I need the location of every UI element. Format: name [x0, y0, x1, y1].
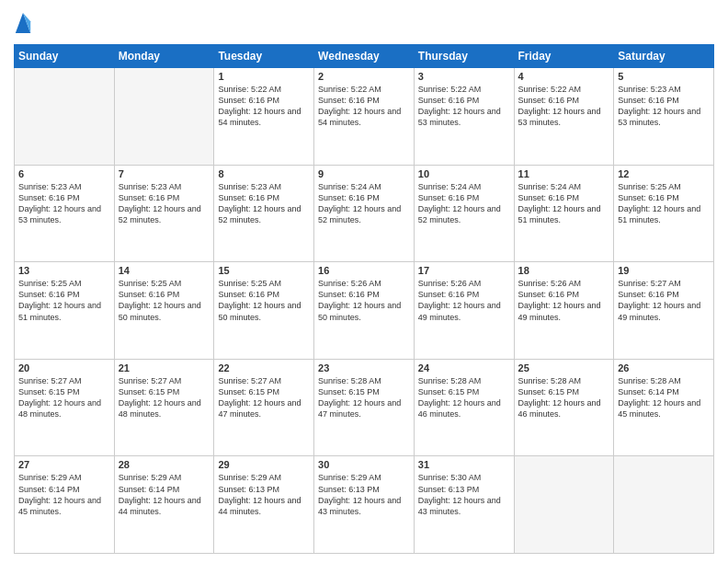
day-number: 19: [618, 265, 710, 276]
day-number: 30: [318, 459, 410, 470]
day-number: 4: [518, 71, 610, 82]
cell-info: Sunrise: 5:27 AMSunset: 6:15 PMDaylight:…: [218, 375, 310, 420]
day-number: 16: [318, 265, 410, 276]
cell-info: Sunrise: 5:22 AMSunset: 6:16 PMDaylight:…: [518, 84, 610, 129]
cell-info: Sunrise: 5:27 AMSunset: 6:15 PMDaylight:…: [18, 375, 110, 420]
cell-info: Sunrise: 5:25 AMSunset: 6:16 PMDaylight:…: [119, 278, 210, 323]
cell-info: Sunrise: 5:27 AMSunset: 6:15 PMDaylight:…: [119, 375, 210, 420]
calendar-cell: 1Sunrise: 5:22 AMSunset: 6:16 PMDaylight…: [214, 68, 314, 166]
cell-info: Sunrise: 5:29 AMSunset: 6:13 PMDaylight:…: [318, 472, 410, 517]
calendar-cell: 26Sunrise: 5:28 AMSunset: 6:14 PMDayligh…: [614, 359, 714, 456]
logo-icon: [14, 9, 32, 37]
cell-info: Sunrise: 5:22 AMSunset: 6:16 PMDaylight:…: [418, 84, 510, 129]
calendar-cell: 31Sunrise: 5:30 AMSunset: 6:13 PMDayligh…: [414, 456, 514, 554]
day-number: 28: [119, 459, 210, 470]
day-number: 6: [18, 168, 110, 179]
cell-info: Sunrise: 5:25 AMSunset: 6:16 PMDaylight:…: [618, 181, 710, 226]
day-number: 20: [18, 362, 110, 373]
cell-info: Sunrise: 5:29 AMSunset: 6:14 PMDaylight:…: [119, 472, 210, 517]
day-number: 24: [418, 362, 510, 373]
calendar-cell: [614, 456, 714, 554]
calendar-table: SundayMondayTuesdayWednesdayThursdayFrid…: [14, 44, 714, 554]
calendar-cell: 21Sunrise: 5:27 AMSunset: 6:15 PMDayligh…: [114, 359, 214, 456]
col-header-sunday: Sunday: [15, 45, 115, 68]
calendar-cell: 9Sunrise: 5:24 AMSunset: 6:16 PMDaylight…: [314, 165, 415, 262]
cell-info: Sunrise: 5:27 AMSunset: 6:16 PMDaylight:…: [618, 278, 710, 323]
day-number: 1: [218, 71, 310, 82]
cell-info: Sunrise: 5:29 AMSunset: 6:14 PMDaylight:…: [18, 472, 110, 517]
calendar-cell: 19Sunrise: 5:27 AMSunset: 6:16 PMDayligh…: [614, 262, 714, 360]
calendar-cell: 28Sunrise: 5:29 AMSunset: 6:14 PMDayligh…: [114, 456, 214, 554]
day-number: 27: [18, 459, 110, 470]
day-number: 5: [618, 71, 710, 82]
day-number: 15: [218, 265, 310, 276]
calendar-cell: 13Sunrise: 5:25 AMSunset: 6:16 PMDayligh…: [15, 262, 115, 360]
calendar-cell: 12Sunrise: 5:25 AMSunset: 6:16 PMDayligh…: [614, 165, 714, 262]
day-number: 12: [618, 168, 710, 179]
calendar-cell: 6Sunrise: 5:23 AMSunset: 6:16 PMDaylight…: [15, 165, 115, 262]
cell-info: Sunrise: 5:26 AMSunset: 6:16 PMDaylight:…: [318, 278, 410, 323]
cell-info: Sunrise: 5:26 AMSunset: 6:16 PMDaylight:…: [518, 278, 610, 323]
day-number: 29: [218, 459, 310, 470]
cell-info: Sunrise: 5:26 AMSunset: 6:16 PMDaylight:…: [418, 278, 510, 323]
calendar-cell: 20Sunrise: 5:27 AMSunset: 6:15 PMDayligh…: [15, 359, 115, 456]
calendar-cell: 10Sunrise: 5:24 AMSunset: 6:16 PMDayligh…: [414, 165, 514, 262]
cell-info: Sunrise: 5:28 AMSunset: 6:15 PMDaylight:…: [318, 375, 410, 420]
cell-info: Sunrise: 5:25 AMSunset: 6:16 PMDaylight:…: [218, 278, 310, 323]
day-number: 31: [418, 459, 510, 470]
col-header-friday: Friday: [514, 45, 614, 68]
day-number: 11: [518, 168, 610, 179]
day-number: 13: [18, 265, 110, 276]
cell-info: Sunrise: 5:23 AMSunset: 6:16 PMDaylight:…: [119, 181, 210, 226]
cell-info: Sunrise: 5:24 AMSunset: 6:16 PMDaylight:…: [418, 181, 510, 226]
cell-info: Sunrise: 5:30 AMSunset: 6:13 PMDaylight:…: [418, 472, 510, 517]
day-number: 2: [318, 71, 410, 82]
calendar-cell: [514, 456, 614, 554]
col-header-thursday: Thursday: [414, 45, 514, 68]
cell-info: Sunrise: 5:28 AMSunset: 6:15 PMDaylight:…: [518, 375, 610, 420]
page: SundayMondayTuesdayWednesdayThursdayFrid…: [0, 0, 728, 563]
calendar-cell: 8Sunrise: 5:23 AMSunset: 6:16 PMDaylight…: [214, 165, 314, 262]
col-header-wednesday: Wednesday: [314, 45, 415, 68]
calendar-cell: 22Sunrise: 5:27 AMSunset: 6:15 PMDayligh…: [214, 359, 314, 456]
cell-info: Sunrise: 5:23 AMSunset: 6:16 PMDaylight:…: [18, 181, 110, 226]
calendar-cell: 11Sunrise: 5:24 AMSunset: 6:16 PMDayligh…: [514, 165, 614, 262]
calendar-cell: 23Sunrise: 5:28 AMSunset: 6:15 PMDayligh…: [314, 359, 415, 456]
calendar-cell: 25Sunrise: 5:28 AMSunset: 6:15 PMDayligh…: [514, 359, 614, 456]
day-number: 8: [218, 168, 310, 179]
cell-info: Sunrise: 5:24 AMSunset: 6:16 PMDaylight:…: [518, 181, 610, 226]
calendar-cell: 7Sunrise: 5:23 AMSunset: 6:16 PMDaylight…: [114, 165, 214, 262]
calendar-cell: [114, 68, 214, 166]
calendar-cell: 30Sunrise: 5:29 AMSunset: 6:13 PMDayligh…: [314, 456, 415, 554]
calendar-cell: 15Sunrise: 5:25 AMSunset: 6:16 PMDayligh…: [214, 262, 314, 360]
cell-info: Sunrise: 5:22 AMSunset: 6:16 PMDaylight:…: [318, 84, 410, 129]
cell-info: Sunrise: 5:25 AMSunset: 6:16 PMDaylight:…: [18, 278, 110, 323]
day-number: 21: [119, 362, 210, 373]
day-number: 25: [518, 362, 610, 373]
calendar-cell: 4Sunrise: 5:22 AMSunset: 6:16 PMDaylight…: [514, 68, 614, 166]
cell-info: Sunrise: 5:23 AMSunset: 6:16 PMDaylight:…: [218, 181, 310, 226]
day-number: 3: [418, 71, 510, 82]
cell-info: Sunrise: 5:28 AMSunset: 6:14 PMDaylight:…: [618, 375, 710, 420]
cell-info: Sunrise: 5:24 AMSunset: 6:16 PMDaylight:…: [318, 181, 410, 226]
day-number: 18: [518, 265, 610, 276]
header: [14, 9, 714, 37]
day-number: 14: [119, 265, 210, 276]
calendar-cell: 29Sunrise: 5:29 AMSunset: 6:13 PMDayligh…: [214, 456, 314, 554]
day-number: 7: [119, 168, 210, 179]
day-number: 9: [318, 168, 410, 179]
calendar-cell: 5Sunrise: 5:23 AMSunset: 6:16 PMDaylight…: [614, 68, 714, 166]
calendar-cell: 27Sunrise: 5:29 AMSunset: 6:14 PMDayligh…: [15, 456, 115, 554]
col-header-saturday: Saturday: [614, 45, 714, 68]
calendar-cell: [15, 68, 115, 166]
calendar-cell: 18Sunrise: 5:26 AMSunset: 6:16 PMDayligh…: [514, 262, 614, 360]
calendar-cell: 2Sunrise: 5:22 AMSunset: 6:16 PMDaylight…: [314, 68, 415, 166]
col-header-monday: Monday: [114, 45, 214, 68]
day-number: 22: [218, 362, 310, 373]
cell-info: Sunrise: 5:23 AMSunset: 6:16 PMDaylight:…: [618, 84, 710, 129]
day-number: 17: [418, 265, 510, 276]
col-header-tuesday: Tuesday: [214, 45, 314, 68]
day-number: 23: [318, 362, 410, 373]
cell-info: Sunrise: 5:22 AMSunset: 6:16 PMDaylight:…: [218, 84, 310, 129]
day-number: 10: [418, 168, 510, 179]
